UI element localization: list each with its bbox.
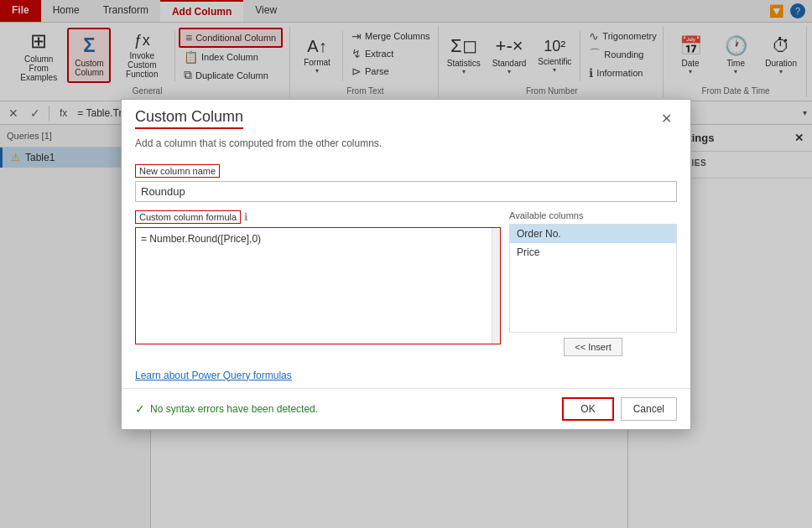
new-column-name-input[interactable] <box>135 181 677 202</box>
dialog-body: New column name Custom column formula ℹ … <box>122 158 690 363</box>
dialog-row: Custom column formula ℹ = Number.Round([… <box>135 210 677 356</box>
formula-value: = Number.Round([Price],0) <box>141 233 261 245</box>
list-item-price[interactable]: Price <box>510 243 676 261</box>
syntax-status-text: No syntax errors have been detected. <box>150 403 318 415</box>
dialog-button-row: OK Cancel <box>562 397 677 421</box>
formula-label-row: Custom column formula ℹ <box>135 210 501 224</box>
dialog-overlay: Custom Column ✕ Add a column that is com… <box>0 0 812 528</box>
available-columns-section: Available columns Order No. Price << Ins… <box>509 210 677 356</box>
formula-scrollbar[interactable] <box>492 228 500 344</box>
available-columns-label: Available columns <box>509 210 677 220</box>
check-icon: ✓ <box>135 402 145 416</box>
syntax-status: ✓ No syntax errors have been detected. <box>135 402 318 416</box>
list-item-order-no[interactable]: Order No. <box>510 225 676 243</box>
dialog-title-bar: Custom Column ✕ <box>122 100 690 134</box>
ok-button[interactable]: OK <box>562 397 613 421</box>
dialog-title: Custom Column <box>135 108 243 129</box>
dialog-footer: ✓ No syntax errors have been detected. O… <box>122 388 690 429</box>
custom-column-dialog: Custom Column ✕ Add a column that is com… <box>121 99 691 430</box>
new-column-name-label: New column name <box>135 164 220 178</box>
custom-column-formula-label: Custom column formula <box>135 210 241 224</box>
dialog-close-button[interactable]: ✕ <box>656 109 677 128</box>
available-columns-list: Order No. Price <box>509 224 677 333</box>
cancel-button[interactable]: Cancel <box>621 397 677 421</box>
formula-info-icon: ℹ <box>244 211 248 223</box>
dialog-subtitle: Add a column that is computed from the o… <box>122 134 690 158</box>
formula-input-box[interactable]: = Number.Round([Price],0) <box>135 227 501 344</box>
insert-button[interactable]: << Insert <box>564 338 622 356</box>
learn-link[interactable]: Learn about Power Query formulas <box>122 363 690 388</box>
formula-section: Custom column formula ℹ = Number.Round([… <box>135 210 501 356</box>
